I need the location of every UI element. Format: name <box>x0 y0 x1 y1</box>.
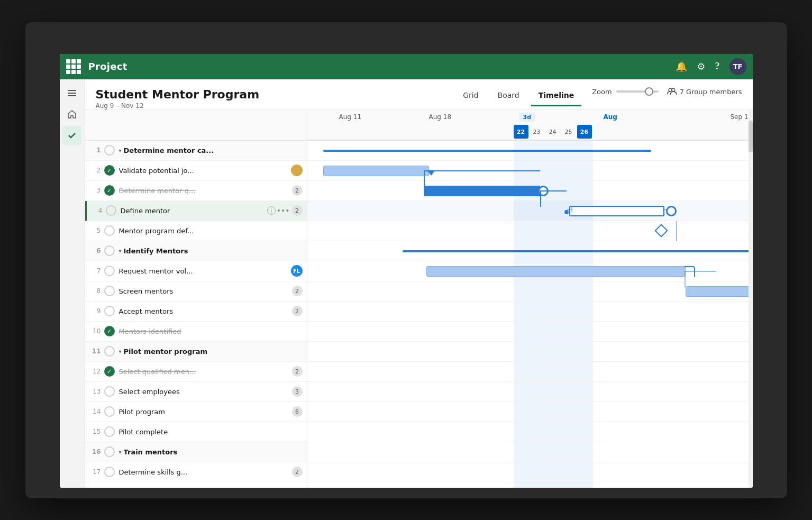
gantt-milestone-5 <box>654 224 668 237</box>
gantt-row-12 <box>307 362 753 382</box>
waffle-icon[interactable] <box>66 59 81 74</box>
task-status-8[interactable] <box>104 286 115 296</box>
project-dates: Aug 9 – Nov 12 <box>96 102 456 110</box>
sidebar-home[interactable] <box>62 105 81 124</box>
tab-grid[interactable]: Grid <box>455 88 486 106</box>
task-avatar <box>291 165 303 176</box>
task-status-5[interactable] <box>104 225 115 236</box>
task-status-6[interactable] <box>104 245 115 256</box>
table-row: 1 ▾ Determine mentor ca... <box>85 141 307 161</box>
avatar[interactable]: TF <box>729 58 746 75</box>
table-row: 11 ▾ Pilot mentor program <box>85 342 307 362</box>
date-highlight-box: 3d <box>519 113 536 122</box>
table-row: 5 Mentor program def... <box>85 221 307 241</box>
task-status-10[interactable]: ✓ <box>104 326 115 336</box>
day-25: 25 <box>561 125 576 139</box>
gantt-row-15 <box>307 422 753 442</box>
gantt-bar-3 <box>424 186 540 196</box>
highlight-range-label: 3d <box>523 114 532 121</box>
task-status-11[interactable] <box>104 346 115 357</box>
task-status-13[interactable] <box>104 386 115 397</box>
table-row: 16 ▾ Train mentors <box>85 442 307 462</box>
gantt-resize-left[interactable]: ⊣ <box>567 205 573 214</box>
day-cells: 22 23 24 25 26 <box>514 125 592 139</box>
task-status-3[interactable]: ✓ <box>104 185 115 196</box>
timeline-container: 1 ▾ Determine mentor ca... 2 ✓ Validate … <box>85 110 753 488</box>
day-24: 24 <box>545 125 560 139</box>
header-right: Zoom <box>592 88 742 101</box>
task-status-12[interactable]: ✓ <box>104 366 115 377</box>
table-row: 8 Screen mentors 2 <box>85 281 307 302</box>
sidebar-hamburger[interactable] <box>62 84 81 103</box>
gantt-connector-v <box>424 171 425 187</box>
gantt-bar-7 <box>426 266 686 277</box>
table-row: 14 Pilot program 6 <box>85 402 307 422</box>
task-status-1[interactable] <box>104 145 115 156</box>
gantt-row-16 <box>307 442 753 462</box>
task-status-9[interactable] <box>104 306 115 316</box>
task-status-14[interactable] <box>104 406 115 417</box>
zoom-label: Zoom <box>592 88 612 96</box>
people-icon <box>667 88 677 95</box>
gantt-row-10 <box>307 322 753 342</box>
app-title: Project <box>88 61 676 72</box>
gantt-connector-h4 <box>540 190 567 191</box>
project-info: Student Mentor Program Aug 9 – Nov 12 <box>96 88 456 110</box>
gantt-bar-6 <box>403 250 753 252</box>
task-status-15[interactable] <box>104 426 115 437</box>
tab-timeline[interactable]: Timeline <box>531 88 582 106</box>
gantt-row-6 <box>307 241 753 261</box>
table-row: 2 ✓ Validate potential jo... <box>85 161 307 181</box>
task-status-4[interactable] <box>106 205 116 216</box>
sidebar-check[interactable] <box>62 126 81 145</box>
table-row: 17 Determine skills g... 2 <box>85 462 307 482</box>
top-bar: Project 🔔 ⚙ ? TF <box>60 54 753 79</box>
task-info-icon[interactable]: i <box>267 206 276 215</box>
day-26: 26 <box>577 125 592 139</box>
task-status-2[interactable]: ✓ <box>104 165 115 176</box>
svg-point-3 <box>669 88 672 92</box>
top-bar-icons: 🔔 ⚙ ? TF <box>676 58 746 75</box>
tab-board[interactable]: Board <box>490 88 527 106</box>
help-icon[interactable]: ? <box>715 61 720 72</box>
gantt-scroll-thumb[interactable] <box>749 121 753 152</box>
week-label-aug18: Aug 18 <box>429 113 452 121</box>
gantt-row-17 <box>307 462 753 482</box>
task-avatar: FL <box>291 265 303 277</box>
gantt-circle-4 <box>666 206 677 216</box>
table-row: 15 Pilot complete <box>85 422 307 442</box>
gantt-row-9 <box>307 302 753 322</box>
zoom-slider[interactable] <box>616 90 659 93</box>
task-list-header <box>85 110 307 141</box>
sidebar-icons <box>60 79 85 488</box>
gantt-connector-milestone <box>676 221 677 241</box>
group-members-label: 7 Group members <box>680 88 742 96</box>
gantt-body: ⊣ ⊢ <box>307 141 753 488</box>
task-status-16[interactable] <box>104 446 115 457</box>
gantt-bar-2 <box>323 166 429 176</box>
gantt-row-4[interactable]: ⊣ ⊢ <box>307 201 753 221</box>
gantt-header: Aug 11 Aug 18 3d Aug Sep 1 <box>307 110 753 141</box>
main-area: Student Mentor Program Aug 9 – Nov 12 Gr… <box>60 79 753 488</box>
gear-icon[interactable]: ⚙ <box>697 61 705 72</box>
gantt-scrollbar[interactable] <box>749 110 753 488</box>
gantt-row-8 <box>307 281 753 302</box>
table-row: 12 ✓ Select qualified men... 2 <box>85 362 307 382</box>
project-header: Student Mentor Program Aug 9 – Nov 12 Gr… <box>85 79 753 110</box>
task-status-7[interactable] <box>104 266 115 276</box>
task-status-17[interactable] <box>104 467 115 477</box>
day-23: 23 <box>530 125 544 139</box>
view-tabs: Grid Board Timeline <box>455 88 581 106</box>
gantt-area: Aug 11 Aug 18 3d Aug Sep 1 <box>307 110 753 488</box>
gantt-bar-4[interactable] <box>569 206 664 216</box>
day-22: 22 <box>514 125 528 139</box>
table-row: 3 ✓ Determine mentor q... 2 <box>85 181 307 201</box>
gantt-row-3 <box>307 181 753 201</box>
group-members-button[interactable]: 7 Group members <box>667 88 742 96</box>
content-area: Student Mentor Program Aug 9 – Nov 12 Gr… <box>85 79 753 488</box>
svg-rect-2 <box>68 95 76 96</box>
task-more-icon[interactable]: ••• <box>277 206 290 215</box>
table-row: 13 Select employees 3 <box>85 382 307 402</box>
week-label-aug11: Aug 11 <box>339 113 362 121</box>
bell-icon[interactable]: 🔔 <box>676 61 687 72</box>
